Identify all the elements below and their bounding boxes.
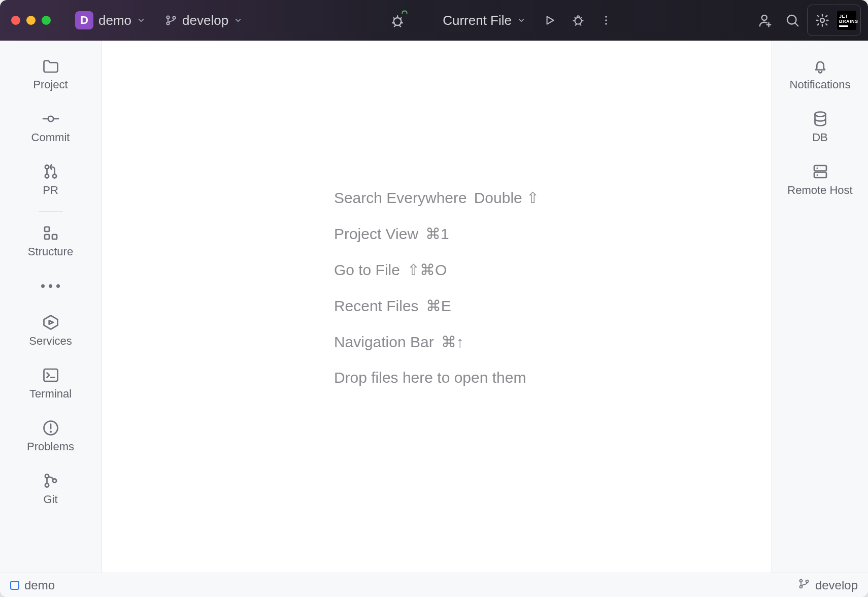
chevron-down-icon: [233, 16, 243, 25]
tool-terminal[interactable]: Terminal: [0, 359, 101, 408]
left-tool-stripe: Project Commit PR: [0, 41, 102, 573]
svg-point-5: [605, 16, 607, 18]
minimize-window-button[interactable]: [26, 16, 36, 25]
problems-icon: [42, 419, 60, 437]
svg-point-8: [762, 15, 767, 20]
hint-label: Navigation Bar: [334, 334, 434, 351]
hint-label: Search Everywhere: [334, 189, 467, 207]
settings-and-toolbox: JET BRAINS: [807, 5, 861, 36]
tool-pr[interactable]: PR: [0, 155, 101, 204]
tool-more[interactable]: [0, 270, 101, 302]
tool-structure-label: Structure: [28, 245, 73, 258]
hint-drop-label: Drop files here to open them: [334, 369, 526, 386]
branch-name: develop: [182, 13, 228, 28]
tool-remote-host-label: Remote Host: [787, 184, 852, 197]
settings-button[interactable]: [812, 8, 833, 32]
workspace: Project Commit PR: [0, 41, 868, 573]
hint-label: Go to File: [334, 261, 400, 279]
tool-database[interactable]: DB: [772, 103, 868, 151]
svg-point-27: [816, 168, 818, 169]
tool-git-label: Git: [43, 493, 57, 506]
svg-rect-25: [814, 165, 826, 171]
editor-area[interactable]: Search Everywhere Double ⇧ Project View …: [102, 41, 772, 573]
run-button[interactable]: [538, 8, 561, 32]
svg-point-28: [816, 174, 818, 176]
branch-selector[interactable]: develop: [158, 8, 250, 32]
debug-button[interactable]: [566, 8, 590, 32]
editor-empty-hints: Search Everywhere Double ⇧ Project View …: [334, 189, 539, 386]
hint-shortcut: Double ⇧: [474, 189, 539, 207]
branch-icon: [798, 578, 810, 593]
tool-problems[interactable]: Problems: [0, 412, 101, 460]
jb-underline: [839, 25, 848, 27]
stripe-separator: [39, 211, 63, 212]
tool-pr-label: PR: [43, 184, 58, 197]
tool-git[interactable]: Git: [0, 465, 101, 513]
titlebar: D demo develop Current: [0, 0, 868, 41]
hint-drop-files: Drop files here to open them: [334, 369, 539, 386]
search-icon: [785, 13, 800, 28]
tool-services-label: Services: [29, 335, 72, 348]
terminal-icon: [42, 366, 60, 384]
bug-icon: [572, 14, 585, 27]
module-icon: [10, 581, 19, 590]
jetbrains-toolbox-button[interactable]: JET BRAINS: [837, 11, 856, 30]
server-icon: [811, 162, 829, 181]
svg-rect-17: [52, 235, 57, 239]
tool-commit[interactable]: Commit: [0, 103, 101, 151]
status-branch-label: develop: [815, 578, 858, 592]
tool-project[interactable]: Project: [0, 50, 101, 98]
tool-notifications[interactable]: Notifications: [772, 50, 868, 98]
tool-structure[interactable]: Structure: [0, 217, 101, 266]
jb-line1: JET: [839, 14, 854, 19]
status-branch[interactable]: develop: [798, 578, 858, 593]
bell-icon: [811, 57, 829, 75]
tool-notifications-label: Notifications: [790, 78, 851, 91]
hint-navigation-bar: Navigation Bar ⌘↑: [334, 333, 539, 351]
tool-problems-label: Problems: [27, 440, 74, 453]
database-icon: [811, 110, 829, 128]
hint-project-view: Project View ⌘1: [334, 225, 539, 243]
zoom-window-button[interactable]: [42, 16, 51, 25]
hint-shortcut: ⌘↑: [441, 333, 464, 351]
hint-shortcut: ⌘1: [425, 225, 449, 243]
status-module-label: demo: [24, 578, 55, 592]
code-with-me-button[interactable]: [385, 8, 410, 32]
svg-rect-15: [45, 227, 49, 231]
chevron-down-icon: [517, 16, 526, 25]
more-actions-button[interactable]: [595, 8, 617, 32]
status-module[interactable]: demo: [10, 578, 55, 592]
structure-icon: [42, 224, 60, 242]
hint-shortcut: ⌘E: [426, 297, 451, 315]
more-vertical-icon: [600, 14, 612, 26]
svg-point-7: [605, 23, 607, 25]
svg-point-6: [605, 19, 607, 21]
pull-request-icon: [42, 162, 60, 181]
statusbar: demo develop: [0, 573, 868, 597]
close-window-button[interactable]: [11, 16, 20, 25]
user-plus-icon: [757, 13, 773, 28]
run-config-label: Current File: [443, 13, 512, 28]
branch-icon: [165, 14, 177, 26]
hint-recent-files: Recent Files ⌘E: [334, 297, 539, 315]
commit-icon: [42, 110, 60, 128]
tool-commit-label: Commit: [31, 131, 70, 144]
folder-icon: [42, 57, 60, 75]
tool-remote-host[interactable]: Remote Host: [772, 155, 868, 204]
run-config-selector[interactable]: Current File: [436, 8, 533, 32]
play-icon: [543, 14, 556, 27]
project-name: demo: [98, 13, 131, 28]
jb-line2: BRAINS: [839, 19, 854, 24]
hint-search-everywhere: Search Everywhere Double ⇧: [334, 189, 539, 207]
more-horizontal-icon: [42, 277, 60, 295]
hint-label: Recent Files: [334, 297, 419, 315]
invite-collaborator-button[interactable]: [752, 8, 778, 32]
project-selector[interactable]: D demo: [68, 8, 153, 32]
search-everywhere-button[interactable]: [780, 8, 805, 32]
project-badge: D: [75, 11, 93, 29]
tool-services[interactable]: Services: [0, 306, 101, 355]
tool-project-label: Project: [33, 78, 68, 91]
chevron-down-icon: [137, 16, 146, 25]
gear-icon: [815, 13, 830, 28]
svg-rect-16: [45, 235, 49, 239]
